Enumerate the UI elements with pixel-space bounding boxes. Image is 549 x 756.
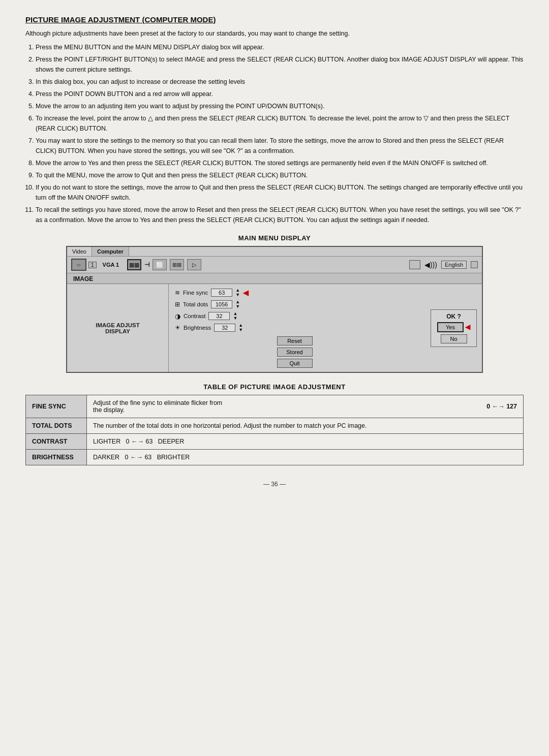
image-header: IMAGE (67, 273, 482, 284)
diagram-section: MAIN MENU DISPLAY Video Computer ▭ 1 VGA… (66, 234, 483, 373)
adjust-controls: ≋ Fine sync 63 ▲▼ ◀ ⊞ Total dots 1056 (169, 284, 420, 372)
yes-button[interactable]: Yes (437, 322, 464, 332)
table-title: TABLE OF PICTURE IMAGE ADJUSTMENT (25, 383, 524, 391)
contrast-cell-desc: LIGHTER 0 ←→ 63 DEEPER (87, 434, 524, 450)
brightness-icon: ☀ (175, 324, 180, 331)
intro-text: Although picture adjustments have been p… (25, 30, 524, 37)
ok-panel: OK ? Yes ◀ No (431, 309, 477, 347)
fine-sync-desc-text: Adjust of the fine sync to eliminate fli… (93, 399, 222, 414)
ok-text: OK ? (446, 313, 461, 320)
fine-sync-arrows[interactable]: ▲▼ (235, 288, 240, 297)
no-button[interactable]: No (441, 334, 467, 343)
fine-sync-pointer: ◀ (243, 289, 249, 297)
tab-computer[interactable]: Computer (92, 247, 129, 256)
brightness-value: 32 (214, 324, 235, 332)
diagram-title: MAIN MENU DISPLAY (66, 234, 483, 242)
quit-button[interactable]: Quit (277, 359, 313, 368)
small-square-icon (471, 261, 478, 268)
total-dots-value: 1056 (211, 300, 232, 308)
vga-label: VGA 1 (103, 262, 119, 268)
table-row: BRIGHTNESS DARKER 0 ←→ 63 BRIGHTER (26, 450, 524, 465)
fine-sync-value: 63 (211, 289, 232, 297)
speaker-icon: ◀))) (424, 261, 437, 269)
adjust-rows: ≋ Fine sync 63 ▲▼ ◀ ⊞ Total dots 1056 (175, 288, 414, 332)
brightness-cell-desc: DARKER 0 ←→ 63 BRIGHTER (87, 450, 524, 465)
contrast-range-text: LIGHTER 0 ←→ 63 DEEPER (93, 438, 184, 445)
table-section: TABLE OF PICTURE IMAGE ADJUSTMENT FINE S… (25, 383, 524, 465)
monitor-icon: ▭ (71, 259, 86, 271)
stored-button[interactable]: Stored (277, 348, 313, 357)
monitor-number: 1 (88, 262, 97, 268)
arrow-left-right-icon: ⊣ (144, 261, 149, 268)
total-dots-row: ⊞ Total dots 1056 ▲▼ (175, 300, 414, 309)
step-4: Press the POINT DOWN BUTTON and a red ar… (36, 89, 524, 99)
brightness-cell-label: BRIGHTNESS (26, 450, 87, 465)
total-dots-cell-label: TOTAL DOTS (26, 418, 87, 434)
contrast-value: 32 (208, 312, 230, 320)
total-dots-icon: ⊞ (175, 301, 180, 308)
yes-pointer-icon: ◀ (465, 323, 470, 331)
step-6: To increase the level, point the arrow t… (36, 113, 524, 134)
table-row: TOTAL DOTS The number of the total dots … (26, 418, 524, 434)
step-5: Move the arrow to an adjusting item you … (36, 101, 524, 111)
step-9: To quit the MENU, move the arrow to Quit… (36, 170, 524, 180)
step-11: To recall the settings you have stored, … (36, 205, 524, 225)
ok-panel-wrapper: OK ? Yes ◀ No (420, 284, 482, 372)
display-icon[interactable]: ▷ (187, 259, 201, 270)
brightness-label: Brightness (184, 325, 211, 331)
steps-list: Press the MENU BUTTON and the MAIN MENU … (36, 42, 524, 225)
contrast-icon: ◑ (175, 312, 180, 320)
fine-sync-icon: ≋ (175, 289, 180, 296)
image-adjust-label: IMAGE ADJUSTDISPLAY (67, 284, 169, 372)
image-icon[interactable]: ▦▦ (127, 259, 141, 270)
language-selector[interactable]: English (441, 261, 467, 269)
action-buttons: Reset Stored Quit (175, 336, 414, 368)
picture-table: FINE SYNC Adjust of the fine sync to eli… (25, 395, 524, 465)
fine-sync-cell-desc: Adjust of the fine sync to eliminate fli… (87, 395, 524, 418)
step-3: In this dialog box, you can adjust to in… (36, 77, 524, 87)
tab-video[interactable]: Video (67, 247, 92, 256)
total-dots-label: Total dots (183, 301, 208, 307)
table-row: CONTRAST LIGHTER 0 ←→ 63 DEEPER (26, 434, 524, 450)
yes-row: Yes ◀ (437, 322, 470, 332)
fine-sync-cell-label: FINE SYNC (26, 395, 87, 418)
step-1: Press the MENU BUTTON and the MAIN MENU … (36, 42, 524, 52)
icon-group: ▦▦ ⊣ ⬜ ⊞⊞ ▷ (127, 259, 201, 270)
total-dots-arrows[interactable]: ▲▼ (235, 300, 240, 309)
menu-top-bar: ▭ 1 VGA 1 ▦▦ ⊣ ⬜ ⊞⊞ ▷ (67, 257, 482, 273)
copy-icon[interactable]: ⬜ (152, 259, 167, 270)
brightness-row: ☀ Brightness 32 ▲▼ (175, 323, 414, 332)
total-dots-cell-desc: The number of the total dots in one hori… (87, 418, 524, 434)
reset-button[interactable]: Reset (277, 336, 313, 345)
contrast-cell-label: CONTRAST (26, 434, 87, 450)
step-8: Move the arrow to Yes and then press the… (36, 158, 524, 168)
step-7: You may want to store the settings to th… (36, 136, 524, 156)
step-2: Press the POINT LEFT/RIGHT BUTTON(s) to … (36, 54, 524, 75)
contrast-label: Contrast (184, 313, 205, 319)
page-title: PICTURE IMAGE ADJUSTMENT (COMPUTER MODE) (25, 15, 524, 24)
menu-display-box: Video Computer ▭ 1 VGA 1 ▦▦ ⊣ ⬜ (66, 246, 483, 373)
menu-content-area: IMAGE ADJUSTDISPLAY ≋ Fine sync 63 ▲▼ ◀ (67, 284, 482, 372)
table-row: FINE SYNC Adjust of the fine sync to eli… (26, 395, 524, 418)
fine-sync-range: 0 ←→ 127 (486, 403, 517, 410)
contrast-arrows[interactable]: ▲▼ (233, 311, 237, 321)
grid-icon[interactable]: ⊞⊞ (170, 259, 184, 270)
step-10: If you do not want to store the settings… (36, 182, 524, 203)
brightness-arrows[interactable]: ▲▼ (238, 323, 243, 332)
contrast-row: ◑ Contrast 32 ▲▼ (175, 311, 414, 321)
blank-icon[interactable] (409, 260, 420, 269)
fine-sync-label: Fine sync (183, 290, 208, 296)
page-number: — 36 — (25, 481, 524, 488)
fine-sync-row: ≋ Fine sync 63 ▲▼ ◀ (175, 288, 414, 297)
menu-tabs: Video Computer (67, 247, 482, 257)
brightness-range-text: DARKER 0 ←→ 63 BRIGHTER (93, 454, 190, 461)
